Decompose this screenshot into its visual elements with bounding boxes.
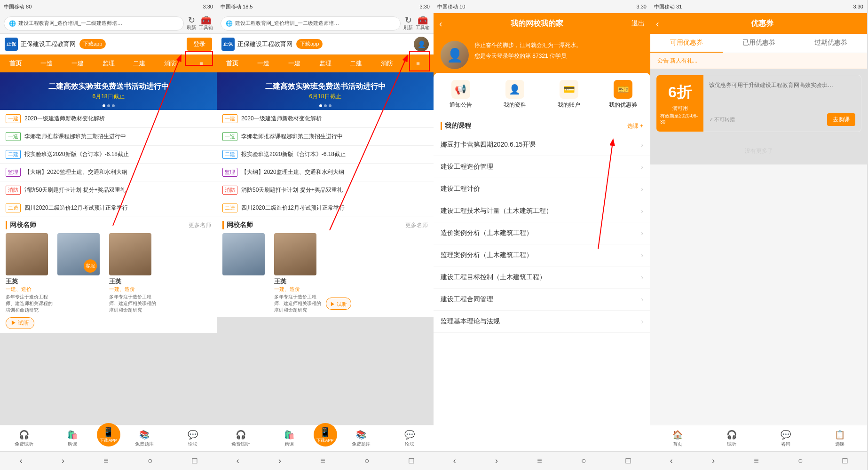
forward-btn-android-4[interactable]: › xyxy=(712,456,715,466)
course-item-6[interactable]: 监理案例分析（土木建筑工程） › xyxy=(434,244,650,266)
tools-btn-2[interactable]: 🧰 工具箱 xyxy=(416,16,430,31)
recent-btn-android-4[interactable]: □ xyxy=(842,456,847,466)
buy-course-btn[interactable]: 去购课 xyxy=(827,113,855,126)
nav-tab-erjian-1[interactable]: 二建 xyxy=(124,55,155,71)
nav-tab-xiaofang-2[interactable]: 消防 xyxy=(371,55,402,71)
nav-tab-more-1[interactable]: ≡ xyxy=(186,56,217,71)
recent-btn-android-1[interactable]: □ xyxy=(192,456,197,466)
coupon-tab-available[interactable]: 可用优惠券 xyxy=(650,34,723,53)
news-item-5[interactable]: 消防 消防50天刷题打卡计划 提分+奖品双重礼 xyxy=(0,181,217,199)
bottom-nav-consult-4[interactable]: 💬 咨询 xyxy=(759,430,813,447)
home-btn-android-3[interactable]: ○ xyxy=(581,456,586,466)
bottom-nav-home-4[interactable]: 🏠 首页 xyxy=(650,430,704,447)
back-btn-4[interactable]: ‹ xyxy=(656,18,659,29)
news-item-2-3[interactable]: 二建 报实验班送2020新版《合订本》-6.18截止 xyxy=(217,146,434,164)
menu-btn-android-4[interactable]: ≡ xyxy=(754,456,759,466)
exit-btn-3[interactable]: 退出 xyxy=(631,19,645,28)
bottom-nav-buy-1[interactable]: 🛍️ 购课 xyxy=(48,430,97,447)
news-item-4[interactable]: 监理 【大纲】2020监理土建、交通和水利大纲 xyxy=(0,164,217,181)
nav-tab-xiaofang-1[interactable]: 消防 xyxy=(155,55,186,71)
refresh-btn-1[interactable]: ↻ 刷新 xyxy=(187,16,196,31)
bottom-nav-listen-4[interactable]: 🎧 试听 xyxy=(704,430,758,447)
news-item-2-6[interactable]: 二造 四川2020二级造价12月考试预计正常举行 xyxy=(217,199,434,217)
download-app-btn-1[interactable]: 下载app xyxy=(79,39,106,49)
back-btn-android-1[interactable]: ‹ xyxy=(20,456,23,466)
teachers-more-2[interactable]: 更多名师 xyxy=(405,221,428,229)
course-item-4[interactable]: 建设工程技术与计量（土木建筑工程） › xyxy=(434,200,650,222)
menu-btn-android-3[interactable]: ≡ xyxy=(537,456,542,466)
try-listen-btn-1[interactable]: ▶ 试听 xyxy=(6,317,34,329)
nav-tab-erjian-2[interactable]: 二建 xyxy=(340,55,371,71)
user-avatar-2[interactable]: 👤 xyxy=(414,37,429,52)
news-item-2-5[interactable]: 消防 消防50天刷题打卡计划 提分+奖品双重礼 xyxy=(217,181,434,199)
profile-menu-notice[interactable]: 📢 通知公告 xyxy=(434,80,488,109)
profile-menu-coupon[interactable]: 🎫 我的优惠券 xyxy=(596,80,650,109)
nav-tab-jianli-1[interactable]: 监理 xyxy=(93,55,124,71)
url-box-1[interactable]: 🌐 建设工程教育网_造价培训_一二级建造师培… xyxy=(4,16,184,31)
recent-btn-android-2[interactable]: □ xyxy=(409,456,414,466)
android-nav-1: ‹ › ≡ ○ □ xyxy=(0,451,217,470)
banner-2: 二建高效实验班免费送书活动进行中 6月18日截止 xyxy=(217,72,434,110)
refresh-btn-2[interactable]: ↻ 刷新 xyxy=(403,16,413,31)
nav-tab-jianli-2[interactable]: 监理 xyxy=(310,55,341,71)
menu-btn-android-2[interactable]: ≡ xyxy=(320,456,325,466)
bottom-nav-select-4[interactable]: 📋 选课 xyxy=(813,430,867,447)
bottom-nav-listen-2[interactable]: 🎧 免费试听 xyxy=(217,430,265,447)
news-item-2-4[interactable]: 监理 【大纲】2020监理土建、交通和水利大纲 xyxy=(217,164,434,181)
back-btn-3[interactable]: ‹ xyxy=(439,18,442,29)
download-app-btn-2[interactable]: 下载app xyxy=(296,39,323,49)
menu-btn-android-1[interactable]: ≡ xyxy=(103,456,109,466)
dot-3 xyxy=(112,104,115,107)
notice-icon: 📢 xyxy=(451,80,470,99)
news-item-2[interactable]: 一造 李娜老师推荐课程娜班第三期招生进行中 xyxy=(0,128,217,146)
nav-tab-home-1[interactable]: 首页 xyxy=(0,55,31,71)
course-item-5[interactable]: 造价案例分析（土木建筑工程） › xyxy=(434,222,650,244)
back-btn-android-4[interactable]: ‹ xyxy=(670,456,673,466)
news-item-2-2[interactable]: 一造 李娜老师推荐课程娜班第三期招生进行中 xyxy=(217,128,434,146)
course-item-2[interactable]: 建设工程造价管理 › xyxy=(434,156,650,178)
recent-btn-android-3[interactable]: □ xyxy=(625,456,631,466)
forward-btn-android-3[interactable]: › xyxy=(495,456,498,466)
profile-menu-account[interactable]: 💳 我的账户 xyxy=(542,80,596,109)
bottom-nav-buy-2[interactable]: 🛍️ 购课 xyxy=(265,430,314,447)
coupon-tab-used[interactable]: 已用优惠券 xyxy=(723,34,795,53)
teachers-more-1[interactable]: 更多名师 xyxy=(189,221,211,229)
nav-tab-yizao-2[interactable]: 一造 xyxy=(248,55,279,71)
try-btn-2[interactable]: ▶ 试听 xyxy=(326,233,351,313)
bottom-nav-forum-2[interactable]: 💬 论坛 xyxy=(385,430,434,447)
course-item-9[interactable]: 监理基本理论与法规 › xyxy=(434,311,650,333)
bottom-nav-listen-1[interactable]: 🎧 免费试听 xyxy=(0,430,48,447)
login-btn-1[interactable]: 登录 xyxy=(187,38,212,51)
bottom-nav-download-2[interactable]: 📱 下载APP xyxy=(314,423,337,446)
back-btn-android-2[interactable]: ‹ xyxy=(237,456,239,466)
home-btn-android-4[interactable]: ○ xyxy=(798,456,803,466)
news-item-2-1[interactable]: 一建 2020一级建造师新教材变化解析 xyxy=(217,110,434,128)
course-select-btn[interactable]: 选课 + xyxy=(627,122,643,130)
news-item-1[interactable]: 一建 2020一级建造师新教材变化解析 xyxy=(0,110,217,128)
home-btn-android-2[interactable]: ○ xyxy=(364,456,370,466)
back-btn-android-3[interactable]: ‹ xyxy=(453,456,456,466)
bottom-nav-quiz-1[interactable]: 📚 免费题库 xyxy=(120,430,169,447)
url-box-2[interactable]: 🌐 建设工程教育网_造价培训_一二级建造师培… xyxy=(221,16,401,31)
profile-menu-data[interactable]: 👤 我的资料 xyxy=(488,80,542,109)
nav-tab-yijian-2[interactable]: 一建 xyxy=(279,55,310,71)
bottom-nav-download-1[interactable]: 📱 下载APP xyxy=(97,423,120,446)
forward-btn-android-2[interactable]: › xyxy=(278,456,281,466)
nav-tab-more-2[interactable]: ≡ xyxy=(402,56,434,71)
course-item-8[interactable]: 建设工程合同管理 › xyxy=(434,289,650,311)
course-item-3[interactable]: 建设工程计价 › xyxy=(434,178,650,200)
news-item-3[interactable]: 二建 报实验班送2020新版《合订本》-6.18截止 xyxy=(0,146,217,164)
nav-tab-yizao-1[interactable]: 一造 xyxy=(31,55,62,71)
course-item-1[interactable]: 娜豆打卡营第四期2020.6.15开课 › xyxy=(434,134,650,156)
news-text-2-3: 报实验班送2020新版《合订本》-6.18截止 xyxy=(241,150,428,158)
course-item-7[interactable]: 建设工程目标控制（土木建筑工程） › xyxy=(434,266,650,289)
tools-btn-1[interactable]: 🧰 工具箱 xyxy=(199,16,213,31)
bottom-nav-forum-1[interactable]: 💬 论坛 xyxy=(168,430,217,447)
coupon-tab-expired[interactable]: 过期优惠券 xyxy=(795,34,867,53)
nav-tab-yijian-1[interactable]: 一建 xyxy=(62,55,93,71)
home-btn-android-1[interactable]: ○ xyxy=(148,456,153,466)
news-item-6[interactable]: 二造 四川2020二级造价12月考试预计正常举行 xyxy=(0,199,217,217)
nav-tab-home-2[interactable]: 首页 xyxy=(217,55,248,71)
forward-btn-android-1[interactable]: › xyxy=(62,456,64,466)
bottom-nav-quiz-2[interactable]: 📚 免费题库 xyxy=(337,430,386,447)
